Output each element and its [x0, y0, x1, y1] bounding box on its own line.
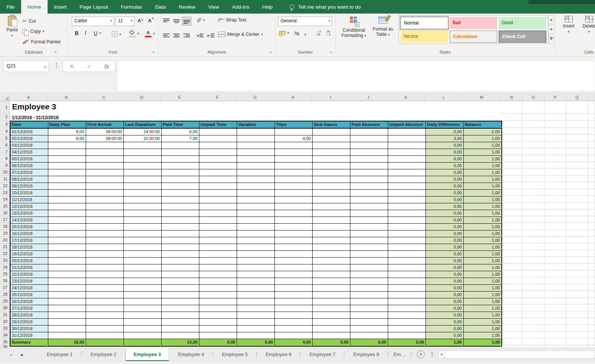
italic-button[interactable]: I — [85, 30, 86, 36]
cell-L10[interactable]: 0,00 — [426, 169, 464, 176]
cell-C4[interactable]: 08:00:00 — [86, 129, 124, 135]
cell-F27[interactable] — [199, 285, 237, 292]
cell-K33[interactable] — [388, 326, 426, 332]
empty-cell[interactable] — [566, 162, 588, 169]
cell-A28[interactable]: 25/12/2018 — [11, 292, 48, 298]
empty-cell[interactable] — [544, 175, 566, 182]
cell-A7[interactable]: 04/12/2018 — [11, 149, 48, 156]
cell-F23[interactable] — [199, 258, 237, 264]
cell-B30[interactable] — [48, 305, 86, 312]
format-as-table-button[interactable]: Format asTable ▾ — [371, 17, 395, 37]
empty-cell[interactable] — [544, 237, 566, 243]
cell-K5[interactable] — [388, 135, 426, 142]
empty-cell[interactable] — [544, 318, 566, 325]
cell-K11[interactable] — [388, 176, 426, 183]
cell-C10[interactable] — [86, 169, 124, 176]
cell-H20[interactable] — [275, 237, 313, 244]
cell-J24[interactable] — [350, 264, 388, 271]
cell-B22[interactable] — [48, 251, 86, 258]
row-header-25[interactable]: 25 — [0, 270, 10, 277]
empty-cell[interactable] — [523, 284, 544, 291]
cell-A27[interactable]: 24/12/2018 — [11, 285, 48, 292]
align-top-button[interactable] — [162, 17, 171, 26]
empty-cell[interactable] — [544, 223, 566, 230]
row-header-10[interactable]: 10 — [0, 169, 10, 175]
empty-cell[interactable] — [523, 257, 544, 264]
empty-cell[interactable] — [523, 162, 544, 169]
cell-A20[interactable]: 17/12/2018 — [11, 237, 48, 244]
cell-H10[interactable] — [275, 169, 313, 176]
cell-G29[interactable] — [237, 298, 275, 305]
empty-cell[interactable] — [566, 223, 588, 230]
cell-G17[interactable] — [237, 217, 275, 224]
cell-J4[interactable] — [350, 129, 388, 135]
cell-B34[interactable] — [48, 332, 86, 339]
cell-B13[interactable] — [48, 190, 86, 197]
cell-F30[interactable] — [199, 305, 237, 312]
empty-cell[interactable] — [588, 230, 595, 237]
row-header-5[interactable]: 5 — [0, 135, 10, 141]
row-header-23[interactable]: 23 — [0, 257, 10, 264]
empty-cell[interactable] — [566, 141, 588, 148]
cell-A17[interactable]: 14/12/2018 — [11, 217, 48, 224]
tell-me-box[interactable]: Tell me what you want to do — [290, 0, 361, 14]
cell-K14[interactable] — [388, 197, 426, 203]
cell-D32[interactable] — [124, 319, 162, 326]
cell-K26[interactable] — [388, 278, 426, 285]
empty-cell[interactable] — [544, 101, 566, 114]
empty-cell[interactable] — [544, 338, 566, 345]
empty-cell[interactable] — [501, 325, 523, 332]
cell-L34[interactable]: 0,00 — [426, 332, 464, 339]
cell-I19[interactable] — [313, 230, 350, 237]
cell-K15[interactable] — [388, 203, 426, 210]
cell-K31[interactable] — [388, 312, 426, 319]
cell-K13[interactable] — [388, 190, 426, 197]
cell-D27[interactable] — [124, 285, 162, 292]
cell-L6[interactable]: 0,00 — [426, 142, 464, 149]
empty-cell[interactable] — [544, 135, 566, 141]
cell-B7[interactable] — [48, 149, 86, 156]
cell-G23[interactable] — [237, 258, 275, 264]
cell-D14[interactable] — [124, 197, 162, 203]
empty-cell[interactable] — [566, 148, 588, 155]
cell-B9[interactable] — [48, 163, 86, 169]
cell-G21[interactable] — [237, 244, 275, 251]
cell-I27[interactable] — [313, 285, 350, 292]
empty-cell[interactable] — [523, 277, 544, 284]
cell-F21[interactable] — [199, 244, 237, 251]
sheet-tab-employee-6[interactable]: Employee 6 — [257, 348, 301, 361]
cell-D30[interactable] — [124, 305, 162, 312]
cell-C27[interactable] — [86, 285, 124, 292]
cell-D15[interactable] — [124, 203, 162, 210]
cell-A24[interactable]: 21/12/2018 — [11, 264, 48, 271]
increase-decimal-button[interactable]: ←.0 .00 — [316, 30, 321, 36]
cell-K19[interactable] — [388, 230, 426, 237]
cell-E32[interactable] — [162, 319, 199, 326]
cell-J32[interactable] — [350, 319, 388, 326]
orientation-button[interactable]: ab▾ — [196, 17, 205, 23]
cell-L19[interactable]: 0,00 — [426, 230, 464, 237]
cell-A21[interactable]: 18/12/2018 — [11, 244, 48, 251]
row-header-8[interactable]: 8 — [0, 155, 10, 162]
cell-H29[interactable] — [275, 298, 313, 305]
cell-G18[interactable] — [237, 224, 275, 230]
cell-D12[interactable] — [124, 183, 162, 190]
cell-F13[interactable] — [199, 190, 237, 197]
cell-E6[interactable] — [162, 142, 199, 149]
cell-K6[interactable] — [388, 142, 426, 149]
empty-cell[interactable] — [501, 311, 523, 318]
cell-E33[interactable] — [162, 326, 199, 332]
empty-cell[interactable] — [544, 243, 566, 250]
cell-L17[interactable]: 0,00 — [426, 217, 464, 224]
cell-C16[interactable] — [86, 210, 124, 217]
empty-cell[interactable] — [501, 162, 523, 169]
select-all-corner[interactable] — [0, 94, 10, 101]
clipboard-dialog-launcher[interactable]: ↘ — [54, 50, 57, 54]
cell-M7[interactable]: 1,00 — [464, 149, 501, 156]
cell-K32[interactable] — [388, 319, 426, 326]
empty-cell[interactable] — [566, 230, 588, 237]
cell-M8[interactable]: 1,00 — [464, 156, 501, 163]
empty-cell[interactable] — [566, 243, 588, 250]
format-painter-button[interactable]: Format Painter — [23, 39, 61, 45]
cell-A14[interactable]: 11/12/2018 — [11, 197, 48, 203]
